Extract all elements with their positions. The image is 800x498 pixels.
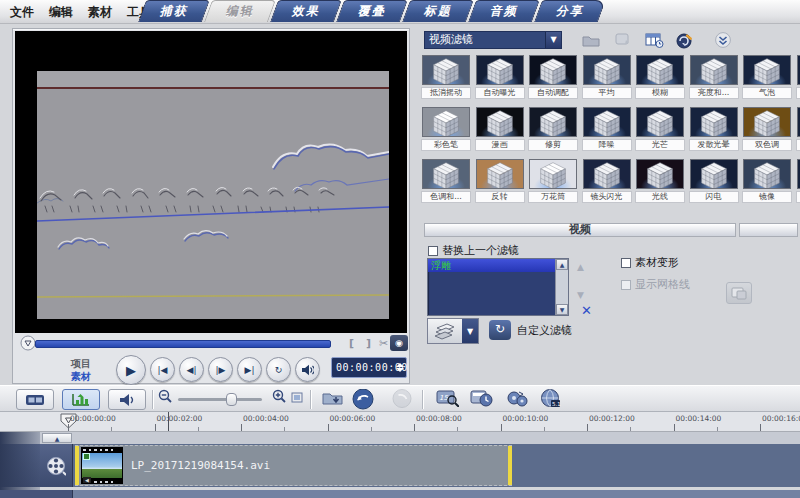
filter-thumb-21[interactable]: 镜像: [741, 159, 793, 203]
clip-trim-handle-right[interactable]: [508, 446, 512, 485]
filter-category-select[interactable]: 视频滤镜 ▼: [424, 31, 562, 49]
mode-project-label[interactable]: 项目: [71, 357, 91, 371]
step-tab-2[interactable]: 编辑: [204, 0, 276, 22]
zoom-slider-thumb[interactable]: [226, 393, 237, 406]
zoom-out-icon[interactable]: [158, 389, 173, 404]
filter-thumb-16[interactable]: 反转: [474, 159, 526, 203]
replace-last-filter-checkbox[interactable]: 替换上一个滤镜: [428, 243, 519, 258]
preset-layers-icon[interactable]: [428, 319, 462, 343]
menu-item-1[interactable]: 文件: [10, 0, 34, 24]
filter-thumb-partial[interactable]: [795, 159, 800, 203]
zoom-in-icon[interactable]: [272, 389, 287, 404]
play-button[interactable]: ▶: [116, 355, 146, 385]
step-tab-7[interactable]: 分享: [534, 0, 606, 22]
sound-mixer-button[interactable]: [108, 389, 146, 410]
mark-in-button[interactable]: [: [343, 336, 360, 351]
filter-thumb-partial[interactable]: [795, 55, 800, 99]
filter-thumb-label: 镜头闪光: [582, 191, 632, 203]
filter-thumb-5[interactable]: 模糊: [634, 55, 686, 99]
filter-thumb-10[interactable]: 修剪: [527, 107, 579, 151]
applied-filter-list[interactable]: 浮雕 ▲ ▼: [427, 258, 569, 316]
filter-thumb-19[interactable]: 光线: [634, 159, 686, 203]
step-tab-6[interactable]: 音频: [468, 0, 540, 22]
clip-thumbnail: ◀: [81, 447, 123, 484]
timecode-display[interactable]: 00:00:00:00: [331, 357, 407, 378]
filter-thumb-image: [583, 159, 631, 189]
volume-button[interactable]: [295, 357, 320, 382]
import-media-icon[interactable]: [612, 30, 634, 50]
repeat-button[interactable]: ↻: [266, 357, 291, 382]
customize-filter-icon[interactable]: ↻: [489, 320, 511, 340]
filter-thumb-partial[interactable]: [795, 107, 800, 151]
step-tab-4[interactable]: 覆叠: [336, 0, 408, 22]
batch-convert-icon[interactable]: [322, 389, 344, 406]
chapter-settings-icon[interactable]: [506, 389, 529, 407]
mode-clip-label[interactable]: 素材: [71, 370, 91, 384]
filter-thumb-17[interactable]: 万花筒: [527, 159, 579, 203]
timeline-zoom-slider[interactable]: [178, 398, 262, 401]
timeline-clip[interactable]: ◀ LP_20171219084154.avi: [75, 445, 512, 486]
customize-filter-button[interactable]: 自定义滤镜: [517, 323, 572, 338]
checkbox-box[interactable]: [621, 258, 631, 268]
track-scroll-up-button[interactable]: ▲: [42, 433, 72, 443]
step-tab-1[interactable]: 捕获: [138, 0, 210, 22]
chevron-down-icon[interactable]: ▼: [462, 319, 478, 343]
filter-thumb-20[interactable]: 闪电: [688, 159, 740, 203]
filter-thumb-4[interactable]: 平均: [581, 55, 633, 99]
filter-preset-dropdown[interactable]: ▼: [427, 318, 479, 344]
delete-filter-icon[interactable]: ✕: [581, 303, 592, 318]
filter-list-scrollbar[interactable]: ▲ ▼: [555, 259, 568, 315]
filter-thumb-image: [743, 55, 791, 85]
filter-thumb-8[interactable]: 彩色笔: [420, 107, 472, 151]
track-manager-icon[interactable]: [470, 389, 494, 407]
menu-item-2[interactable]: 编辑: [49, 0, 73, 24]
overlay-track-header[interactable]: [0, 490, 73, 498]
filter-thumb-9[interactable]: 漫画: [474, 107, 526, 151]
filter-move-up-icon[interactable]: ▲: [577, 262, 584, 272]
step-tab-3[interactable]: 效果: [270, 0, 342, 22]
filter-thumb-11[interactable]: 降噪: [581, 107, 633, 151]
ruler-tick-major: [68, 424, 69, 431]
clip-trim-handle-left[interactable]: [75, 446, 79, 485]
filter-thumb-6[interactable]: 亮度和...: [688, 55, 740, 99]
filter-thumb-7[interactable]: 气泡: [741, 55, 793, 99]
surround-sound-icon[interactable]: 5.1: [540, 389, 561, 408]
ruler-tick-minor: [630, 427, 631, 431]
deform-clip-checkbox[interactable]: 素材变形: [621, 255, 679, 270]
filter-thumb-15[interactable]: 色调和...: [420, 159, 472, 203]
filter-thumb-13[interactable]: 发散光晕: [688, 107, 740, 151]
checkbox-box[interactable]: [428, 246, 438, 256]
filter-thumb-12[interactable]: 光芒: [634, 107, 686, 151]
filter-thumb-2[interactable]: 自动曝光: [474, 55, 526, 99]
step-tab-5[interactable]: 标题: [402, 0, 474, 22]
filter-thumb-1[interactable]: 抵消摇动: [420, 55, 472, 99]
home-button[interactable]: |◀: [150, 357, 175, 382]
previous-frame-button[interactable]: ◀|: [179, 357, 204, 382]
scroll-up-icon[interactable]: ▲: [556, 259, 568, 270]
next-frame-button[interactable]: |▶: [208, 357, 233, 382]
timecode-spinner[interactable]: [394, 359, 405, 376]
timeline-view-button[interactable]: [62, 389, 100, 410]
undo-icon[interactable]: [352, 389, 375, 410]
storyboard-view-button[interactable]: [16, 389, 54, 410]
trim-bar[interactable]: [35, 340, 331, 348]
filter-thumb-3[interactable]: 自动调配: [527, 55, 579, 99]
library-folder-icon[interactable]: [580, 30, 602, 50]
sort-options-icon[interactable]: [643, 30, 665, 50]
scroll-down-icon[interactable]: ▼: [556, 304, 568, 315]
collapse-panel-icon[interactable]: [712, 30, 734, 50]
end-button[interactable]: ▶|: [237, 357, 262, 382]
menu-item-3[interactable]: 素材: [88, 0, 112, 24]
enlarge-preview-icon[interactable]: ◉: [390, 335, 408, 351]
timeline-ruler[interactable]: 00:00:00:0000:00:02:0000:00:04:0000:00:0…: [0, 412, 800, 432]
svg-text:5.1: 5.1: [552, 401, 561, 407]
options-tab-video[interactable]: 视频: [424, 223, 736, 237]
filter-move-down-icon[interactable]: ▼: [577, 290, 584, 300]
filter-thumb-18[interactable]: 镜头闪光: [581, 159, 633, 203]
filter-thumb-14[interactable]: 双色调: [741, 107, 793, 151]
applied-filter-row[interactable]: 浮雕: [428, 259, 556, 272]
ruler-tick-minor: [111, 427, 112, 431]
record-capture-option-icon[interactable]: 15: [436, 389, 459, 407]
options-menu-icon[interactable]: [674, 30, 696, 50]
fit-project-icon[interactable]: [291, 392, 303, 403]
